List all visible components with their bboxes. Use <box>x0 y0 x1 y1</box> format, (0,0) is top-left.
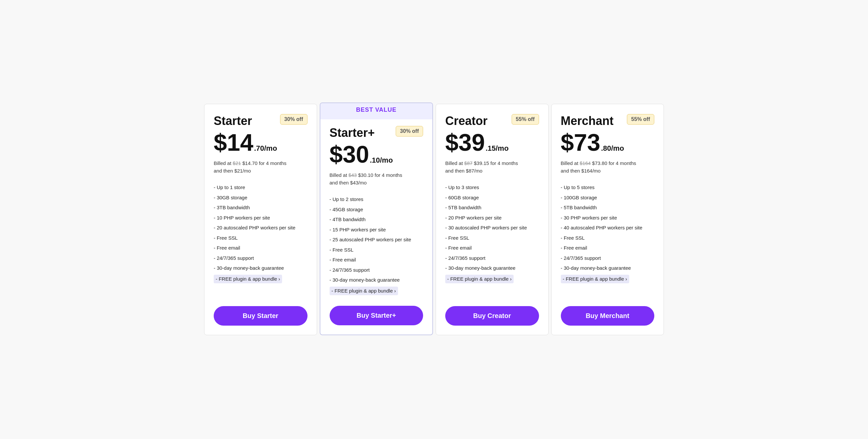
feature-item: - 30-day money-back guarantee <box>445 263 539 273</box>
price-cents: .80/mo <box>601 144 624 153</box>
plan-header: Starter 30% off <box>214 114 308 128</box>
feature-item: - 30 PHP workers per site <box>561 213 655 223</box>
feature-item: - 60GB storage <box>445 193 539 203</box>
plugin-bundle-item: - FREE plugin & app bundle › <box>561 273 655 285</box>
discount-badge: 30% off <box>396 126 423 137</box>
features-list: - Up to 2 stores- 45GB storage- 4TB band… <box>330 194 424 296</box>
feature-item: - 30-day money-back guarantee <box>561 263 655 273</box>
original-price: $87 <box>464 160 473 166</box>
price-cents: .10/mo <box>370 156 393 165</box>
billing-info: Billed at $21 $14.70 for 4 monthsand the… <box>214 160 308 175</box>
feature-item: - Up to 3 stores <box>445 182 539 193</box>
price-dollar: $14 <box>214 130 253 154</box>
feature-item: - 3TB bandwidth <box>214 203 308 213</box>
plugin-bundle-text: - FREE plugin & app bundle › <box>214 275 282 284</box>
feature-item: - 4TB bandwidth <box>330 214 424 225</box>
feature-item: - 24/7/365 support <box>561 253 655 263</box>
pricing-container: Starter 30% off $14 .70/mo Billed at $21… <box>203 103 665 336</box>
buy-button-starter-plus[interactable]: Buy Starter+ <box>330 306 424 325</box>
feature-item: - Free SSL <box>445 233 539 243</box>
buy-button-merchant[interactable]: Buy Merchant <box>561 306 655 326</box>
billing-info: Billed at $87 $39.15 for 4 monthsand the… <box>445 160 539 175</box>
price-cents: .15/mo <box>486 144 509 153</box>
plugin-bundle-text: - FREE plugin & app bundle › <box>330 287 398 295</box>
original-price: $164 <box>580 160 591 166</box>
feature-item: - 25 autoscaled PHP workers per site <box>330 235 424 245</box>
buy-button-creator[interactable]: Buy Creator <box>445 306 539 326</box>
features-list: - Up to 3 stores- 60GB storage- 5TB band… <box>445 182 539 297</box>
price-row: $30 .10/mo <box>330 143 424 166</box>
feature-item: - 30 autoscaled PHP workers per site <box>445 223 539 233</box>
plan-header: Starter+ 30% off <box>330 126 424 140</box>
feature-item: - 15 PHP workers per site <box>330 225 424 235</box>
billing-info: Billed at $43 $30.10 for 4 monthsand the… <box>330 172 424 186</box>
price-row: $73 .80/mo <box>561 130 655 154</box>
plugin-bundle-item: - FREE plugin & app bundle › <box>214 273 308 285</box>
feature-item: - Free email <box>330 255 424 265</box>
features-list: - Up to 1 store- 30GB storage- 3TB bandw… <box>214 182 308 297</box>
plan-header: Creator 55% off <box>445 114 539 128</box>
feature-item: - 20 autoscaled PHP workers per site <box>214 223 308 233</box>
feature-item: - Free email <box>561 243 655 253</box>
feature-item: - 5TB bandwidth <box>445 203 539 213</box>
plan-name: Starter+ <box>330 126 375 140</box>
feature-item: - Free email <box>445 243 539 253</box>
discount-badge: 55% off <box>512 114 539 125</box>
feature-item: - 100GB storage <box>561 193 655 203</box>
plugin-bundle-item: - FREE plugin & app bundle › <box>445 273 539 285</box>
feature-item: - 20 PHP workers per site <box>445 213 539 223</box>
features-list: - Up to 5 stores- 100GB storage- 5TB ban… <box>561 182 655 297</box>
original-price: $21 <box>233 160 241 166</box>
billing-info: Billed at $164 $73.80 for 4 monthsand th… <box>561 160 655 175</box>
price-dollar: $39 <box>445 130 485 154</box>
price-dollar: $30 <box>330 143 369 166</box>
plugin-bundle-text: - FREE plugin & app bundle › <box>445 275 514 284</box>
plan-name: Creator <box>445 114 488 128</box>
plan-card-creator: Creator 55% off $39 .15/mo Billed at $87… <box>436 104 549 335</box>
buy-button-starter[interactable]: Buy Starter <box>214 306 308 326</box>
feature-item: - 40 autoscaled PHP workers per site <box>561 223 655 233</box>
feature-item: - Up to 5 stores <box>561 182 655 193</box>
plan-header: Merchant 55% off <box>561 114 655 128</box>
plan-card-starter: Starter 30% off $14 .70/mo Billed at $21… <box>204 104 317 335</box>
price-row: $39 .15/mo <box>445 130 539 154</box>
feature-item: - 10 PHP workers per site <box>214 213 308 223</box>
feature-item: - 24/7/365 support <box>445 253 539 263</box>
feature-item: - 24/7/365 support <box>330 265 424 275</box>
feature-item: - 30-day money-back guarantee <box>214 263 308 273</box>
price-cents: .70/mo <box>254 144 277 153</box>
plugin-bundle-text: - FREE plugin & app bundle › <box>561 275 629 284</box>
plan-name: Merchant <box>561 114 614 128</box>
plugin-bundle-item: - FREE plugin & app bundle › <box>330 285 424 297</box>
feature-item: - 5TB bandwidth <box>561 203 655 213</box>
feature-item: - Free email <box>214 243 308 253</box>
price-dollar: $73 <box>561 130 600 154</box>
discount-badge: 55% off <box>627 114 654 125</box>
original-price: $43 <box>348 172 357 178</box>
feature-item: - Free SSL <box>561 233 655 243</box>
best-value-banner: BEST VALUE <box>320 103 433 119</box>
plan-name: Starter <box>214 114 252 128</box>
feature-item: - 30GB storage <box>214 193 308 203</box>
price-row: $14 .70/mo <box>214 130 308 154</box>
feature-item: - 30-day money-back guarantee <box>330 275 424 285</box>
discount-badge: 30% off <box>280 114 308 125</box>
plan-card-starter-plus: BEST VALUE Starter+ 30% off $30 .10/mo B… <box>320 103 433 335</box>
feature-item: - 45GB storage <box>330 205 424 215</box>
feature-item: - Free SSL <box>214 233 308 243</box>
feature-item: - 24/7/365 support <box>214 253 308 263</box>
feature-item: - Up to 2 stores <box>330 194 424 205</box>
plan-card-merchant: Merchant 55% off $73 .80/mo Billed at $1… <box>551 104 664 335</box>
feature-item: - Free SSL <box>330 245 424 255</box>
feature-item: - Up to 1 store <box>214 182 308 193</box>
